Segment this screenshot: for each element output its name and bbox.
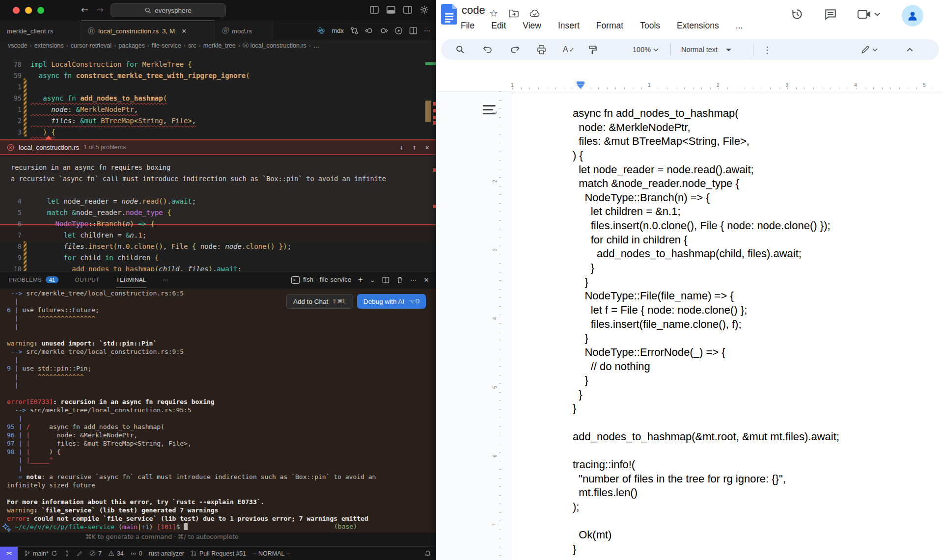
git-branch-item[interactable]: main* (24, 550, 57, 557)
terminal-line[interactable]: --> src/merkle_tree/local_construction.r… (7, 406, 429, 414)
document-line[interactable]: // do nothing (573, 360, 839, 374)
terminal-line[interactable]: For more information about this error, t… (7, 498, 429, 506)
paragraph-style-select[interactable]: Normal text (681, 39, 731, 60)
menu-file[interactable]: File (461, 21, 474, 31)
breadcrumb-item[interactable]: extensions (34, 42, 64, 49)
add-to-chat-button[interactable]: Add to Chat ⇧⌘L (286, 294, 353, 309)
meet-camera-icon[interactable] (858, 9, 871, 20)
code-editor[interactable]: 78impl LocalConstruction for MerkleTree … (0, 50, 436, 271)
document-line[interactable] (573, 514, 839, 529)
document-line[interactable]: files.insert(n.0.clone(), File { node: n… (573, 219, 839, 233)
editor-line[interactable]: 95 async fn add_nodes_to_hashmap( (0, 93, 422, 104)
tab-merkle-client[interactable]: merkle_client.rs (0, 21, 81, 41)
document-line[interactable]: NodeType::ErrorNode(_) => { (573, 346, 839, 360)
terminal-line[interactable]: ~/c/e/v/e/c/p/file-service (main|+1) [10… (7, 523, 429, 531)
menu-overflow[interactable]: ... (736, 21, 743, 31)
document-line[interactable]: } (573, 373, 839, 388)
cloud-status-icon[interactable] (529, 9, 540, 17)
menu-format[interactable]: Format (596, 21, 623, 31)
tab-mod-rs[interactable]: Ⓡ mod.rs (215, 21, 273, 41)
terminal-line[interactable]: --> src/merkle_tree/local_construction.r… (7, 347, 429, 356)
document-line[interactable]: "number of files in the tree for rg igno… (573, 472, 839, 486)
document-line[interactable]: let children = &n.1; (573, 205, 839, 219)
breadcrumb[interactable]: vscode›extensions›cursor-retrieval›packa… (8, 41, 319, 50)
terminal-line[interactable]: 9 | use std::pin::Pin; (7, 364, 429, 373)
terminal-line[interactable] (7, 389, 429, 398)
prev-change-icon[interactable] (365, 27, 373, 35)
editor-line[interactable]: 3 ) { (0, 127, 422, 138)
terminal-line[interactable]: error: could not compile `file_service` … (7, 514, 429, 523)
editor-line[interactable]: 4 let node_reader = node.read().await; (0, 196, 422, 207)
document-line[interactable]: } (573, 401, 839, 416)
document-line[interactable] (573, 416, 839, 430)
version-history-icon[interactable] (791, 8, 804, 21)
terminal-line[interactable]: error[E0733]: recursion in an async fn r… (7, 398, 429, 406)
editor-line[interactable]: 5 match &node_reader.node_type { (0, 207, 422, 218)
terminal-line[interactable] (7, 331, 429, 339)
spelling-check-button[interactable]: A✓ (563, 39, 575, 60)
terminal-line[interactable]: | (7, 464, 429, 473)
document-title[interactable]: code (462, 4, 485, 17)
terminal-session[interactable]: >_ fish - file-service (291, 276, 351, 284)
print-button[interactable] (537, 39, 546, 60)
terminal-output[interactable]: --> src/merkle_tree/local_construction.r… (7, 289, 429, 531)
document-line[interactable]: ) { (573, 149, 839, 163)
tab-local-construction[interactable]: Ⓡ local_construction.rs 3, M ✕ (81, 21, 215, 41)
terminal-line[interactable]: warning: unused import: `std::pin::Pin` (7, 339, 429, 347)
minimize-window-button[interactable] (25, 7, 32, 14)
editor-line[interactable]: 59 async fn construct_merkle_tree_with_r… (0, 70, 422, 81)
terminal-line[interactable]: 98 | | ) { (7, 448, 429, 456)
git-compare-icon[interactable] (350, 27, 359, 35)
document-text[interactable]: async fn add_nodes_to_hashmap( node: &Me… (512, 107, 839, 557)
menu-view[interactable]: View (523, 21, 541, 31)
horizontal-ruler[interactable]: 112345 (436, 80, 943, 91)
document-line[interactable]: match &node_reader.node_type { (573, 177, 839, 191)
document-line[interactable]: NodeType::Branch(n) => { (573, 191, 839, 205)
lsp-status-item[interactable]: rust-analyzer (149, 550, 184, 557)
next-change-icon[interactable] (380, 27, 388, 35)
terminal-line[interactable]: infinitely sized future (7, 481, 429, 489)
breadcrumb-item[interactable]: file-service (152, 42, 181, 49)
document-line[interactable]: add_nodes_to_hashmap(&mt.root, &mut mt.f… (573, 430, 839, 444)
editor-line[interactable]: 7 let children = &n.1; (0, 230, 422, 241)
move-folder-icon[interactable] (509, 9, 519, 18)
trash-icon[interactable] (396, 276, 403, 284)
terminal-line[interactable]: | |_____^ (7, 456, 429, 464)
document-line[interactable]: let node_reader = node.read().await; (573, 163, 839, 177)
document-line[interactable]: } (573, 261, 839, 275)
document-line[interactable]: tracing::info!( (573, 458, 839, 472)
split-terminal-icon[interactable] (382, 276, 389, 284)
avatar[interactable] (902, 5, 923, 27)
hide-menus-button[interactable] (907, 39, 913, 60)
document-line[interactable]: ); (573, 500, 839, 514)
editor-line[interactable]: 9 for child in children { (0, 252, 422, 264)
terminal-line[interactable]: | ^^^^^^^^^^^^ (7, 373, 429, 381)
tab-terminal[interactable]: TERMINAL (116, 271, 146, 288)
breadcrumb-item[interactable]: vscode (8, 42, 28, 49)
search-menus-button[interactable] (456, 39, 465, 60)
terminal-line[interactable]: 95 | / async fn add_nodes_to_hashmap( (7, 423, 429, 431)
chevron-down-icon[interactable]: ↓ (399, 143, 403, 151)
editor-line[interactable]: 1 (0, 81, 422, 93)
toggle-panel-icon[interactable] (386, 5, 396, 15)
document-line[interactable]: NodeType::File(file_name) => { (573, 289, 839, 303)
document-line[interactable]: } (573, 542, 839, 557)
menu-tools[interactable]: Tools (640, 21, 660, 31)
close-tab-icon[interactable]: ✕ (181, 27, 187, 35)
terminal-line[interactable]: | (7, 356, 429, 364)
tab-output[interactable]: OUTPUT (75, 271, 100, 288)
close-icon[interactable]: ✕ (425, 143, 429, 151)
toggle-secondary-sidebar-icon[interactable] (403, 5, 413, 15)
document-line[interactable]: async fn add_nodes_to_hashmap( (573, 107, 839, 121)
document-line[interactable]: files: &mut BTreeMap<String, File>, (573, 134, 839, 149)
terminal-line[interactable]: | ^^^^^^^^^^^^^^^ (7, 314, 429, 322)
close-window-button[interactable] (13, 7, 20, 14)
editing-mode-button[interactable] (861, 39, 878, 60)
editor-line[interactable]: 8 files.insert(n.0.clone(), File { node:… (0, 241, 422, 252)
document-line[interactable]: mt.files.len() (573, 486, 839, 500)
terminal-line[interactable]: | (7, 414, 429, 423)
mdx-label[interactable]: mdx (332, 27, 344, 34)
terminal-dropdown-icon[interactable]: ⌄ (370, 276, 375, 284)
terminal-line[interactable]: 97 | | files: &mut BTreeMap<String, File… (7, 439, 429, 448)
paint-format-button[interactable] (588, 39, 597, 60)
